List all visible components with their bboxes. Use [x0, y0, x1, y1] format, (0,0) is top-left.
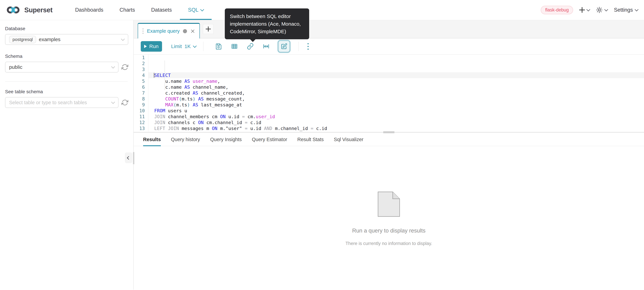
code-line[interactable]: c.created AS channel_created, [148, 90, 644, 96]
code-line[interactable]: JOIN channel_members cm ON u.id = cm.use… [148, 114, 644, 120]
code-token: m.channel_id [272, 126, 311, 131]
refresh-schema-button[interactable] [122, 64, 128, 70]
code-token: = [242, 114, 245, 119]
run-button[interactable]: Run [141, 41, 162, 52]
code-token: AS [193, 90, 198, 96]
table-select[interactable]: Select table or type to search tables [5, 97, 118, 108]
kebab-menu-icon[interactable] [308, 43, 309, 50]
caret-down-icon [121, 37, 125, 41]
settings-label: Settings [614, 7, 633, 13]
expand-editor-button[interactable] [262, 43, 270, 50]
code-line[interactable]: LEFT JOIN messages m ON m."user" = u.id … [148, 125, 644, 131]
tab-example-query[interactable]: Example query [138, 23, 200, 38]
results-tab-query-history[interactable]: Query history [171, 133, 200, 146]
line-number: 3 [134, 66, 145, 72]
sql-code-editor[interactable]: 12345678910111213 SELECT u.name AS user_… [134, 54, 644, 131]
sidebar-resize-handle[interactable] [133, 152, 134, 164]
code-line[interactable]: COUNT(m.ts) AS message_count, [148, 96, 644, 102]
schema-select[interactable]: public [5, 62, 118, 72]
sun-icon [596, 7, 602, 13]
add-tab-button[interactable] [203, 24, 214, 34]
results-tab-result-stats[interactable]: Result Stats [297, 133, 324, 146]
code-token: COUNT [165, 96, 179, 101]
line-number: 12 [134, 120, 145, 125]
nav-item-datasets[interactable]: Datasets [143, 0, 180, 20]
code-token: = [245, 126, 248, 131]
sidebar: Database postgresql examples Schema publ… [0, 20, 134, 290]
settings-menu[interactable]: Settings [614, 7, 638, 13]
code-token: ON [212, 126, 217, 131]
code-line[interactable]: FROM users u [148, 108, 644, 114]
new-item-menu[interactable] [580, 7, 590, 12]
code-token: ( [174, 102, 176, 107]
nav-items: DashboardsChartsDatasetsSQL [67, 0, 212, 20]
code-token: u.id [248, 126, 264, 131]
chevron-left-icon [127, 156, 130, 160]
editor-tabstrip: Example query [134, 20, 644, 38]
switch-editor-button[interactable] [278, 40, 290, 53]
code-token: users u [165, 108, 187, 113]
save-button[interactable] [215, 43, 222, 50]
code-token [196, 96, 198, 101]
line-number: 9 [134, 102, 145, 108]
unsaved-indicator-dot [183, 29, 187, 33]
navbar-right: flask-debug Settings [541, 0, 638, 20]
code-token: FROM [154, 108, 165, 113]
refresh-tables-button[interactable] [122, 99, 128, 106]
close-tab-icon[interactable] [190, 29, 195, 33]
splitter-grip[interactable] [383, 131, 394, 133]
nav-item-sql[interactable]: SQL [180, 0, 212, 20]
code-token: channels c [165, 120, 198, 125]
theme-toggle[interactable] [596, 7, 608, 13]
code-token: c.id [248, 120, 261, 125]
nav-item-charts[interactable]: Charts [112, 0, 143, 20]
tab-label: Example query [147, 28, 180, 34]
caret-down-icon [586, 7, 590, 11]
render-table-button[interactable] [231, 43, 238, 50]
caret-down-icon [111, 100, 115, 104]
brand[interactable]: Superset [6, 0, 52, 20]
code-line[interactable]: c.name AS channel_name, [148, 84, 644, 90]
code-token: user_id [256, 114, 275, 119]
database-group: Database postgresql examples [5, 26, 128, 45]
limit-dropdown[interactable]: Limit 1K [171, 43, 196, 49]
results-tab-query-estimator[interactable]: Query Estimator [252, 133, 287, 146]
code-line[interactable]: SELECT [148, 72, 644, 78]
code-token: JOIN [154, 120, 165, 125]
code-line[interactable]: MAX(m.ts) AS last_message_at [148, 102, 644, 108]
code-token: cm.channel_id [204, 120, 245, 125]
code-token: m.ts [182, 96, 193, 101]
superset-infinity-logo [6, 5, 22, 15]
code-token: ON [198, 120, 204, 125]
editor-results-splitter[interactable] [134, 131, 644, 133]
code-token: c.created [154, 90, 193, 96]
code-token: messages m [179, 126, 212, 131]
database-select[interactable]: postgresql examples [5, 34, 128, 45]
table-schema-label: See table schema [5, 89, 128, 94]
table-select-placeholder: Select table or type to search tables [9, 100, 87, 105]
sidebar-divider [5, 81, 128, 82]
results-tab-results[interactable]: Results [143, 133, 161, 146]
nav-item-dashboards[interactable]: Dashboards [67, 0, 112, 20]
collapse-sidebar-button[interactable] [125, 152, 132, 163]
table-grid-icon [231, 43, 238, 50]
tooltip-line: implementations (Ace, Monaco, [230, 20, 304, 28]
refresh-icon [122, 99, 128, 106]
code-line[interactable]: JOIN channels c ON cm.channel_id = c.id [148, 120, 644, 125]
results-tab-query-insights[interactable]: Query Insights [210, 133, 242, 146]
code-area[interactable]: SELECT u.name AS user_name, c.name AS ch… [148, 55, 644, 131]
results-tabs: ResultsQuery historyQuery InsightsQuery … [134, 133, 644, 146]
save-icon [215, 43, 222, 50]
code-token: channel_members cm [165, 114, 220, 119]
limit-value: 1K [184, 43, 191, 49]
code-token [154, 96, 165, 101]
table-schema-group: See table schema Select table or type to… [5, 89, 128, 108]
drag-handle-icon[interactable] [142, 28, 144, 34]
results-tab-sql-visualizer[interactable]: Sql Visualizer [334, 133, 363, 146]
code-token: AND [264, 126, 272, 131]
code-token [190, 79, 192, 84]
caret-down-icon [635, 7, 638, 11]
code-token: message_count, [204, 96, 245, 101]
code-line[interactable]: u.name AS user_name, [148, 78, 644, 84]
plus-icon [206, 26, 211, 31]
